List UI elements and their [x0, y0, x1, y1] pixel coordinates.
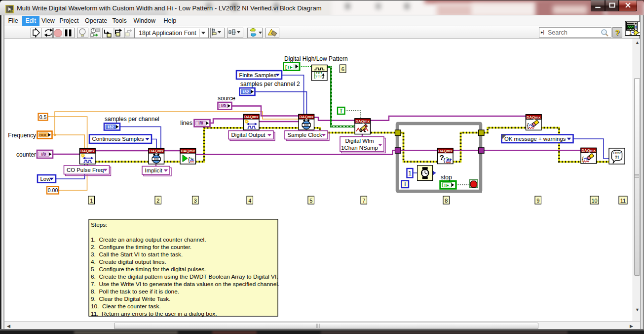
- svg-text:samples per channel 2: samples per channel 2: [240, 81, 300, 87]
- svg-text:{: {: [444, 157, 446, 163]
- svg-text:[TF: [TF: [285, 64, 293, 70]
- svg-text:I/0: I/0: [198, 121, 203, 125]
- svg-text:OK message + warnings: OK message + warnings: [504, 136, 566, 142]
- svg-text:source: source: [218, 95, 235, 102]
- svg-text:Sample Clock: Sample Clock: [288, 132, 323, 138]
- svg-text:CO Pulse Freq: CO Pulse Freq: [67, 167, 104, 173]
- svg-text:DAQmx: DAQmx: [527, 115, 541, 120]
- svg-text:Frequency: Frequency: [8, 132, 36, 139]
- svg-text:T: T: [340, 108, 343, 114]
- svg-text:1: 1: [90, 198, 93, 204]
- svg-text:1Chan NSamp: 1Chan NSamp: [341, 145, 378, 151]
- svg-text:2. Configure the timing for t: 2. Configure the timing for the counter.: [91, 244, 191, 250]
- svg-text:11. Return any errors to the: 11. Return any errors to the user in a d…: [91, 310, 217, 317]
- svg-text:11: 11: [620, 198, 626, 204]
- svg-text:0.00: 0.00: [48, 187, 58, 193]
- svg-text:2: 2: [156, 198, 159, 204]
- svg-text:Digital High/Low Pattern: Digital High/Low Pattern: [284, 55, 348, 62]
- svg-text:DAQmx: DAQmx: [181, 149, 195, 153]
- svg-text:{: {: [188, 156, 190, 163]
- svg-text:10. Clear the counter task.: 10. Clear the counter task.: [91, 303, 161, 310]
- svg-text:Digital Output: Digital Output: [231, 132, 266, 138]
- svg-text:3. Call the Start VI to start: 3. Call the Start VI to start the task.: [91, 251, 183, 258]
- svg-text:3: 3: [194, 198, 197, 204]
- svg-text:counter: counter: [16, 151, 36, 158]
- svg-text:1: 1: [408, 170, 412, 177]
- svg-text:DAQmx: DAQmx: [581, 148, 596, 153]
- svg-text:8: 8: [445, 198, 448, 204]
- svg-text:5: 5: [309, 198, 312, 204]
- svg-text:8. Poll the task to see if it: 8. Poll the task to see if it is done.: [91, 288, 179, 295]
- svg-text:stop: stop: [441, 174, 452, 181]
- svg-text:6. Create the digital pattern: 6. Create the digital pattern using the …: [91, 273, 278, 280]
- svg-text:F T F: F T F: [316, 75, 323, 78]
- svg-text:?!: ?!: [615, 155, 619, 160]
- svg-text:Low: Low: [40, 176, 51, 182]
- svg-text:13:0: 13:0: [304, 124, 309, 126]
- svg-text:Continuous Samples: Continuous Samples: [92, 136, 144, 142]
- svg-text:I/0: I/0: [41, 152, 46, 157]
- svg-text:DAQmx: DAQmx: [355, 119, 370, 124]
- svg-text:DAQmx: DAQmx: [80, 149, 95, 153]
- svg-text:7: 7: [362, 198, 365, 204]
- svg-text:Implicit: Implicit: [145, 167, 163, 173]
- svg-text:lines: lines: [180, 120, 192, 126]
- svg-text:10: 10: [591, 198, 597, 204]
- svg-text:4: 4: [248, 198, 251, 204]
- svg-text:6: 6: [341, 66, 344, 72]
- svg-text:DAQmx: DAQmx: [149, 149, 163, 153]
- svg-text:4. Create digital output line: 4. Create digital output lines.: [91, 258, 166, 265]
- svg-text:13:0: 13:0: [154, 158, 159, 161]
- svg-text:T F T: T F T: [316, 72, 323, 75]
- svg-text:i: i: [404, 181, 406, 187]
- svg-text:Steps:: Steps:: [91, 221, 107, 228]
- svg-text:DAQmx: DAQmx: [244, 115, 259, 119]
- svg-text:I32: I32: [108, 125, 114, 129]
- svg-text:I/0: I/0: [221, 103, 226, 108]
- svg-text:DBL: DBL: [39, 133, 48, 137]
- svg-text:samples per channel: samples per channel: [105, 116, 159, 123]
- svg-text:0.5: 0.5: [39, 114, 47, 120]
- svg-text:DAQmx: DAQmx: [299, 115, 313, 119]
- svg-text:Digital Wfm: Digital Wfm: [345, 138, 374, 144]
- svg-text:TF: TF: [444, 183, 449, 188]
- svg-text:9. Clear the Digital Write Ta: 9. Clear the Digital Write Task.: [91, 295, 171, 302]
- svg-text:I32: I32: [243, 89, 249, 94]
- svg-text:7. Use the Write VI to genera: 7. Use the Write VI to generate the data…: [91, 281, 279, 288]
- svg-text:5. Configure the timing for t: 5. Configure the timing for the digital …: [91, 266, 206, 273]
- svg-text:1. Create an analog output co: 1. Create an analog output counter chann…: [91, 236, 206, 243]
- svg-text:Finite Samples: Finite Samples: [239, 72, 277, 78]
- svg-text:9: 9: [536, 198, 539, 204]
- svg-text:DAQmx: DAQmx: [438, 149, 453, 153]
